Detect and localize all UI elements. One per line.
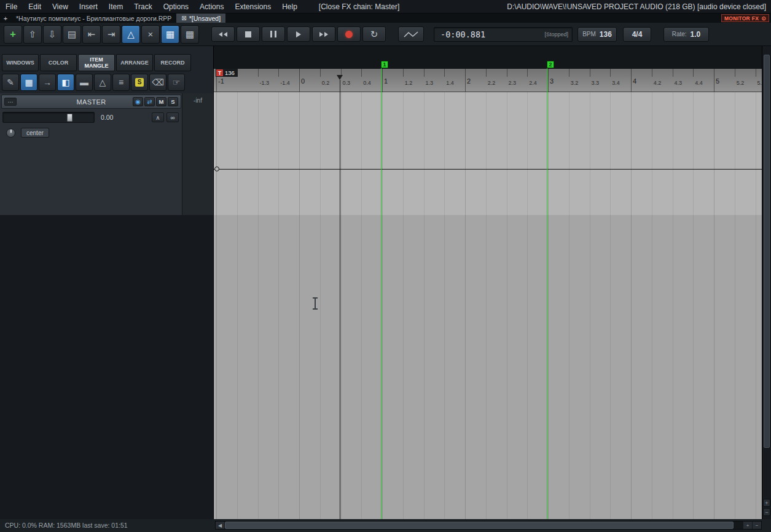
master-trim-button[interactable]: ∧ [152, 112, 164, 122]
master-fader-row: 0.00 ∧ ∞ [1, 111, 181, 124]
unsaved-project-tab[interactable]: ⊠ *[Unsaved] [176, 14, 225, 23]
panel-tab-windows[interactable]: WINDOWS [2, 54, 39, 71]
record-icon [345, 31, 353, 38]
panel-tab-item-mangle[interactable]: ITEM MANGLE [78, 54, 115, 71]
empty-arrange-area[interactable] [214, 215, 762, 519]
menu-item-item[interactable]: Item [103, 2, 128, 11]
menu-item-edit[interactable]: Edit [23, 2, 47, 11]
master-pan-knob[interactable] [6, 128, 15, 138]
menu-item-track[interactable]: Track [128, 2, 158, 11]
eraser-icon[interactable]: ⌫ [149, 74, 166, 91]
master-track-panel: ⋯ MASTER ◉ ⇄ M S 0.00 ∧ ∞ [0, 93, 213, 215]
ruler-beat-tick [693, 69, 694, 77]
horizontal-scrollbar[interactable]: ◀ + − [215, 521, 762, 530]
master-io-button[interactable]: ⇄ [144, 97, 155, 106]
panel-tab-arrange[interactable]: ARRANGE [116, 54, 153, 71]
rewind-button[interactable] [211, 26, 235, 42]
timeline-ruler[interactable]: -1012345-1.3-1.40.20.30.41.21.31.42.22.3… [214, 69, 762, 92]
hand-tool-icon[interactable]: ☞ [168, 74, 185, 91]
mixer-icon[interactable]: ✎ [2, 74, 19, 91]
monitor-icon[interactable]: ◧ [57, 74, 74, 91]
menu-item-actions[interactable]: Actions [194, 2, 229, 11]
panel-tab-record[interactable]: RECORD [154, 54, 191, 71]
menu-item-view[interactable]: View [47, 2, 74, 11]
playrate-box[interactable]: Rate: 1.0 [663, 27, 709, 42]
grid-measure-line [216, 92, 217, 519]
fader-handle[interactable] [67, 114, 72, 122]
transport-time-display[interactable]: -0:00.881 [Stopped] [434, 27, 573, 42]
marker-flag-1[interactable]: 1 [381, 61, 388, 68]
monitor-fx-label: MONITOR FX [724, 15, 759, 22]
panel-tab-color[interactable]: COLOR [40, 54, 77, 71]
ruler-measure-tick [299, 69, 300, 92]
menu-item-extensions[interactable]: Extensions [229, 2, 276, 11]
horizontal-zoom-out-button[interactable]: − [753, 522, 761, 529]
grid-beat-line [569, 92, 569, 519]
menu-item-insert[interactable]: Insert [74, 2, 103, 11]
vertical-zoom-in-button[interactable]: + [763, 499, 770, 507]
list-icon[interactable]: ≡ [112, 74, 130, 91]
empty-track-list-area[interactable] [0, 215, 213, 519]
master-routing-button[interactable]: ∞ [166, 112, 179, 122]
menu-item-help[interactable]: Help [276, 2, 303, 11]
new-project-icon[interactable]: + [4, 25, 22, 44]
grid-snap-icon[interactable]: ▦ [161, 25, 179, 44]
master-meter[interactable]: -inf [182, 93, 213, 215]
ruler-label-4.2: 4.2 [654, 80, 662, 86]
menu-item-file[interactable]: File [0, 2, 23, 11]
play-button[interactable] [287, 26, 310, 42]
record-button[interactable] [337, 26, 361, 42]
master-solo-button[interactable]: S [168, 97, 178, 106]
ruler-icon[interactable]: ▬ [76, 74, 93, 91]
undo-icon[interactable]: ⇤ [82, 25, 101, 44]
master-name-row[interactable]: ⋯ MASTER ◉ ⇄ M S [1, 95, 181, 109]
edit-cursor-handle[interactable] [337, 75, 343, 80]
vertical-scrollbar-thumb[interactable] [764, 55, 770, 448]
grid-settings-icon[interactable]: ▩ [181, 25, 199, 44]
grid-icon[interactable]: ▦ [20, 74, 37, 91]
master-envelope-line[interactable] [214, 169, 762, 170]
pause-button[interactable] [262, 26, 285, 42]
master-mute-button[interactable]: M [156, 97, 166, 106]
new-tab-button[interactable]: + [0, 14, 11, 23]
arrange-grid[interactable] [214, 92, 762, 519]
open-project-icon[interactable]: ⇧ [23, 25, 42, 44]
vertical-zoom-out-button[interactable]: − [763, 508, 770, 516]
tab-close-icon[interactable]: ⊠ [181, 15, 186, 22]
master-track-lane[interactable] [214, 92, 762, 215]
metronome-icon[interactable]: △ [94, 74, 111, 91]
vertical-scrollbar[interactable]: + − [762, 46, 771, 519]
master-options-button[interactable]: ⋯ [4, 98, 17, 106]
bpm-box[interactable]: BPM 136 [577, 27, 617, 42]
tempo-marker[interactable]: T 136 [216, 69, 238, 77]
redo-icon[interactable]: ⇥ [102, 25, 120, 44]
monitor-fx-button[interactable]: MONITOR FX ⊙ [721, 14, 769, 22]
master-pan-value[interactable]: center [21, 128, 49, 138]
envelope-button[interactable] [398, 26, 424, 42]
autoscroll-icon[interactable]: → [39, 74, 56, 91]
horizontal-zoom-in-button[interactable]: + [743, 522, 752, 529]
stop-button[interactable] [237, 26, 260, 42]
solo-tool-icon[interactable]: S [131, 74, 148, 91]
scroll-left-button[interactable]: ◀ [216, 522, 224, 529]
pause-icon [270, 31, 272, 37]
time-signature-value: 4/4 [632, 30, 643, 39]
fast-forward-button[interactable] [312, 26, 335, 42]
project-notes-icon[interactable]: ▤ [63, 25, 81, 44]
project-tab[interactable]: *Наутилус помпилиус - Бриллиантовые доро… [11, 14, 176, 23]
marker-flag-2[interactable]: 2 [547, 61, 554, 68]
ruler-beat-tick [652, 69, 652, 77]
arrange-area[interactable]: -1012345-1.3-1.40.20.30.41.21.31.42.22.3… [214, 46, 762, 519]
master-volume-fader[interactable] [2, 112, 95, 123]
envelope-point[interactable] [214, 166, 219, 171]
menu-item-options[interactable]: Options [158, 2, 194, 11]
time-signature-box[interactable]: 4/4 [623, 27, 651, 42]
master-env-button[interactable]: ◉ [133, 97, 143, 106]
marker-lane[interactable] [214, 46, 762, 69]
rate-label: Rate: [672, 31, 687, 37]
repeat-button[interactable]: ↻ [362, 26, 386, 42]
metronome-icon[interactable]: △ [122, 25, 140, 44]
crossfade-icon[interactable]: × [141, 25, 160, 44]
save-project-icon[interactable]: ⇩ [43, 25, 61, 44]
horizontal-scrollbar-thumb[interactable] [225, 522, 734, 529]
